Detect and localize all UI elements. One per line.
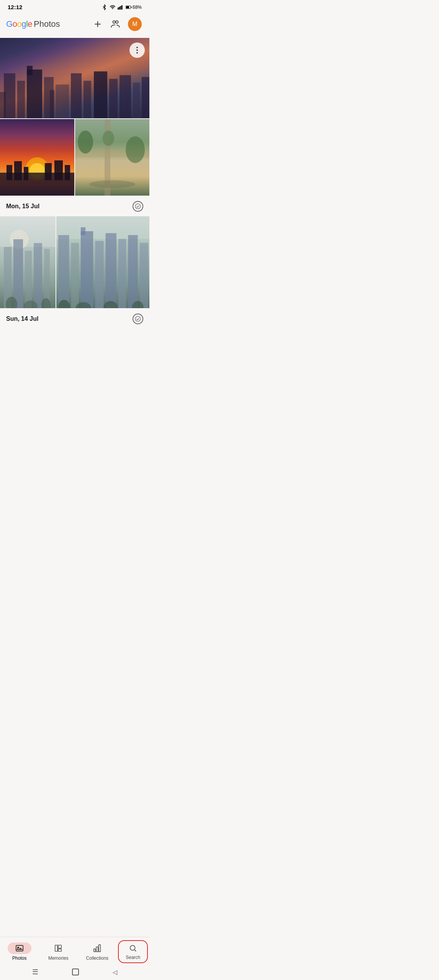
people-icon <box>110 19 120 29</box>
svg-rect-22 <box>133 83 140 118</box>
city-buildings-svg <box>0 62 149 118</box>
plus-icon <box>93 19 103 29</box>
svg-point-43 <box>135 204 140 209</box>
svg-rect-25 <box>50 90 54 119</box>
svg-point-10 <box>116 21 118 23</box>
add-button[interactable] <box>91 18 104 31</box>
svg-rect-65 <box>140 243 148 308</box>
photo-misty-2[interactable] <box>56 216 149 308</box>
dot3 <box>136 52 138 54</box>
select-date-1-button[interactable] <box>133 201 143 212</box>
svg-rect-49 <box>25 251 32 308</box>
svg-rect-32 <box>24 167 28 180</box>
svg-point-9 <box>113 21 116 23</box>
svg-rect-11 <box>4 73 15 118</box>
misty-city-svg-1 <box>0 216 56 308</box>
avatar: M <box>128 17 142 31</box>
more-options-button[interactable] <box>129 42 145 58</box>
header-actions: M <box>91 16 143 33</box>
svg-rect-50 <box>34 243 42 308</box>
svg-rect-3 <box>121 5 123 9</box>
dot2 <box>136 49 138 51</box>
battery-icon <box>126 4 132 10</box>
misty-city-svg-2 <box>56 216 149 308</box>
svg-rect-21 <box>120 75 131 118</box>
logo-google-text: Google <box>6 19 32 29</box>
svg-rect-1 <box>119 7 120 9</box>
svg-rect-15 <box>44 77 54 118</box>
profile-button[interactable]: M <box>126 16 143 33</box>
svg-rect-61 <box>95 241 103 308</box>
photo-misty-1[interactable] <box>0 216 56 308</box>
svg-rect-60 <box>81 227 85 235</box>
svg-rect-14 <box>27 66 33 75</box>
svg-rect-13 <box>27 70 42 118</box>
svg-rect-16 <box>56 85 69 118</box>
photo-grid: Mon, 15 Jul <box>0 38 149 328</box>
svg-rect-48 <box>13 239 23 308</box>
svg-rect-23 <box>142 77 149 118</box>
svg-rect-33 <box>45 163 52 180</box>
status-bar: 12:12 68% <box>0 0 149 13</box>
bottom-spacer <box>0 328 149 374</box>
select-date-2-button[interactable] <box>133 314 143 324</box>
wifi-icon <box>110 4 116 10</box>
svg-rect-2 <box>120 6 121 9</box>
battery-indicator: 68% <box>126 4 142 10</box>
sunset-svg <box>0 119 74 196</box>
svg-rect-62 <box>106 233 116 308</box>
svg-rect-59 <box>81 231 93 308</box>
svg-rect-31 <box>14 161 22 180</box>
svg-rect-64 <box>128 235 138 308</box>
photo-sunset[interactable] <box>0 119 74 196</box>
checkmark-icon-2 <box>135 316 141 322</box>
svg-rect-58 <box>71 243 79 308</box>
photo-row-1 <box>0 119 149 196</box>
svg-rect-34 <box>54 160 63 180</box>
svg-rect-46 <box>0 216 56 247</box>
svg-rect-19 <box>94 72 107 119</box>
svg-point-70 <box>135 316 140 321</box>
status-icons: 68% <box>102 4 142 10</box>
svg-point-41 <box>103 131 114 146</box>
photo-row-misty <box>0 216 149 308</box>
sharing-button[interactable] <box>109 18 122 31</box>
svg-rect-0 <box>118 7 119 9</box>
logo-photos-text: Photos <box>34 19 60 29</box>
svg-rect-6 <box>126 6 129 8</box>
svg-point-42 <box>89 180 135 188</box>
date-header-1: Mon, 15 Jul <box>0 196 149 216</box>
photo-aerial-city[interactable] <box>0 38 149 118</box>
svg-rect-57 <box>58 235 69 308</box>
app-logo: Google Photos <box>6 19 60 29</box>
svg-rect-24 <box>0 92 6 118</box>
date-label-2: Sun, 14 Jul <box>6 315 38 322</box>
svg-point-40 <box>126 136 145 163</box>
signal-icon <box>118 4 124 10</box>
status-time: 12:12 <box>8 4 22 10</box>
dot1 <box>136 47 138 48</box>
street-svg <box>75 119 149 196</box>
app-header: Google Photos M <box>0 13 149 37</box>
svg-rect-63 <box>118 239 126 308</box>
svg-rect-35 <box>65 165 70 180</box>
checkmark-icon <box>135 203 141 209</box>
svg-rect-18 <box>84 81 91 118</box>
date-label-1: Mon, 15 Jul <box>6 203 39 210</box>
svg-rect-30 <box>7 165 12 180</box>
svg-rect-5 <box>131 7 132 8</box>
svg-rect-12 <box>17 81 25 118</box>
bluetooth-icon <box>102 4 108 10</box>
svg-rect-20 <box>109 79 118 118</box>
svg-rect-17 <box>71 73 82 118</box>
svg-point-39 <box>78 131 93 154</box>
date-header-2: Sun, 14 Jul <box>0 308 149 328</box>
photo-street[interactable] <box>75 119 149 196</box>
